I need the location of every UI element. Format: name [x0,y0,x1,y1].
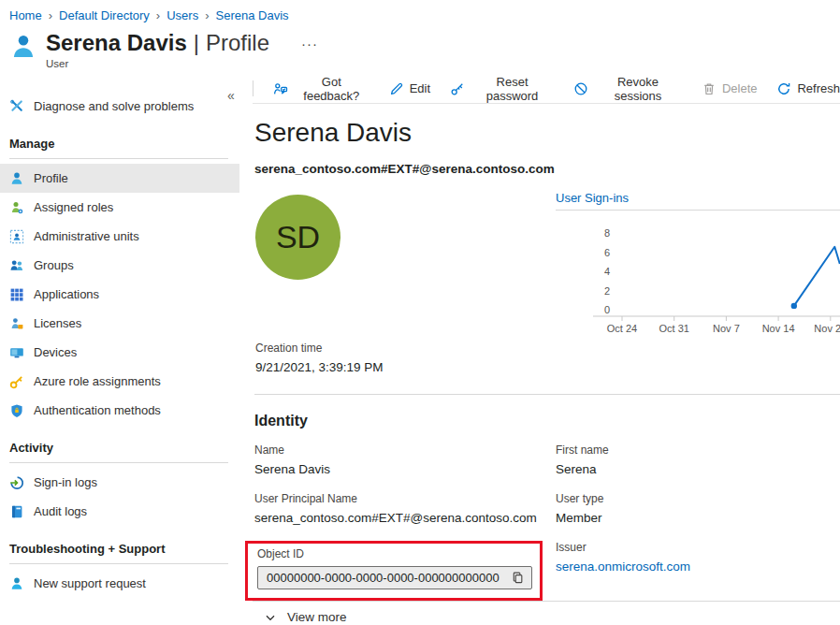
breadcrumb: HomeDefault DirectoryUsersSerena Davis [0,0,840,22]
user-principal-name-field: User Principal Name serena_contoso.com#E… [254,492,556,525]
command-label: Edit [410,81,430,95]
copy-icon[interactable] [511,571,525,585]
shield-lock-icon [9,403,24,418]
sidebar-item[interactable]: Devices [0,338,239,367]
issuer-field: Issuer serena.onmicrosoft.com [556,541,840,601]
breadcrumb-link[interactable]: Home [9,8,59,22]
sidebar-item[interactable]: Audit logs [0,497,239,526]
section-divider [254,394,840,395]
avatar-initials: SD [276,219,320,255]
object-id-input[interactable]: 00000000-0000-0000-0000-000000000000 [257,566,532,589]
command-button[interactable]: Revoke sessions [573,75,682,103]
reset-password-icon [450,81,465,96]
toolbar-divider [253,80,253,96]
command-label: Delete [722,81,758,95]
user-signins-link[interactable]: User Sign-ins [556,191,840,211]
sidebar-item-label: Sign-in logs [34,475,97,489]
command-button[interactable]: Edit [389,81,430,96]
sidebar-item-label: Diagnose and solve problems [34,99,194,113]
collapse-sidebar-button[interactable]: « [222,87,240,104]
svg-text:Nov 21: Nov 21 [814,323,840,334]
sidebar-item[interactable]: Sign-in logs [0,468,239,497]
page-subtitle: User [46,58,324,69]
devices-icon [9,345,24,360]
groups-icon [9,258,24,273]
delete-icon [702,81,717,96]
svg-text:4: 4 [604,266,610,277]
person-icon [9,171,24,186]
identity-heading: Identity [254,413,840,429]
object-id-label: Object ID [257,547,532,560]
sidebar-section-manage: Manage Profile Assigned roles [0,137,239,425]
sidebar-item-label: Licenses [34,316,81,330]
svg-text:Nov 14: Nov 14 [762,323,795,334]
creation-time-value: 9/21/2021, 3:39:19 PM [255,360,840,374]
breadcrumb-link[interactable]: Serena Davis [215,8,288,22]
azure-portal-user-profile-page: HomeDefault DirectoryUsersSerena Davis S… [0,0,840,625]
svg-text:Oct 24: Oct 24 [607,323,637,334]
breadcrumb-link[interactable]: Default Directory [59,8,167,22]
svg-text:8: 8 [604,227,610,239]
name-field: Name Serena Davis [254,443,556,476]
svg-text:2: 2 [604,285,610,297]
sidebar-item[interactable]: Assigned roles [0,193,239,222]
sidebar-item[interactable]: Licenses [0,309,239,338]
command-label: Revoke sessions [594,75,682,103]
sidebar-item-label: Groups [34,258,74,272]
page-title: Serena Davis [46,29,187,57]
sidebar-section-activity: Activity Sign-in logs Audit logs [0,441,239,526]
more-options-button[interactable]: ··· [296,35,324,52]
command-button[interactable]: Reset password [450,75,554,103]
applications-grid-icon [9,287,24,302]
got-feedback-button[interactable]: Got feedback? [273,75,369,103]
admin-units-icon [9,229,24,244]
svg-text:0: 0 [604,304,610,315]
sidebar-item-label: Assigned roles [34,200,113,214]
sidebar-item-label: New support request [34,576,146,590]
sidebar-item[interactable]: Applications [0,280,239,309]
breadcrumb-link[interactable]: Users [167,8,215,22]
command-button[interactable]: Refresh [776,81,840,96]
command-button[interactable]: Delete [702,81,758,96]
view-more-button[interactable]: View more [264,610,347,624]
command-bar: Got feedback? Edit Reset password Re [253,74,840,104]
sidebar: Diagnose and solve problems Manage Profi… [0,69,239,624]
edit-icon [389,81,404,96]
page-title-section: Profile [206,29,269,57]
feedback-icon [273,81,288,96]
assigned-roles-icon [9,200,24,215]
refresh-icon [776,81,791,96]
sidebar-item[interactable]: New support request [0,569,239,598]
person-icon [9,32,37,62]
user-principal-name-banner: serena_contoso.com#EXT#@serena.contoso.c… [254,162,840,176]
sidebar-item[interactable]: Diagnose and solve problems [0,92,239,121]
sidebar-item-label: Profile [34,171,68,185]
object-id-value: 00000000-0000-0000-0000-000000000000 [267,571,500,585]
sidebar-item[interactable]: Profile [0,164,239,193]
section-divider [9,462,228,463]
page-header: Serena Davis | Profile ··· User [0,22,840,69]
revoke-icon [573,81,588,96]
audit-log-icon [9,504,24,519]
sidebar-item-label: Applications [34,287,99,301]
svg-text:6: 6 [604,247,610,258]
sidebar-item-label: Authentication methods [34,403,161,417]
issuer-link[interactable]: serena.onmicrosoft.com [556,560,690,574]
identity-fields-grid: Name Serena Davis First name Serena User… [254,443,840,601]
user-signins-plot: 02468Oct 24Oct 31Nov 7Nov 14Nov 21 [556,211,840,340]
sidebar-item[interactable]: Azure role assignments [0,367,239,396]
sidebar-item[interactable]: Administrative units [0,222,239,251]
sidebar-item[interactable]: Authentication methods [0,396,239,425]
command-label: Refresh [797,81,840,95]
support-person-icon [9,576,24,591]
sidebar-item-label: Devices [34,345,77,359]
section-header: Activity [0,441,239,455]
svg-text:Nov 7: Nov 7 [713,323,740,334]
view-more-label: View more [287,610,347,624]
key-icon [9,374,24,389]
licenses-icon [9,316,24,331]
sidebar-item[interactable]: Groups [0,251,239,280]
section-header: Troubleshooting + Support [0,542,239,556]
profile-summary-row: SD User Sign-ins 02468Oct 24Oct 31Nov 7N… [253,188,840,336]
sidebar-item-label: Azure role assignments [34,374,161,388]
